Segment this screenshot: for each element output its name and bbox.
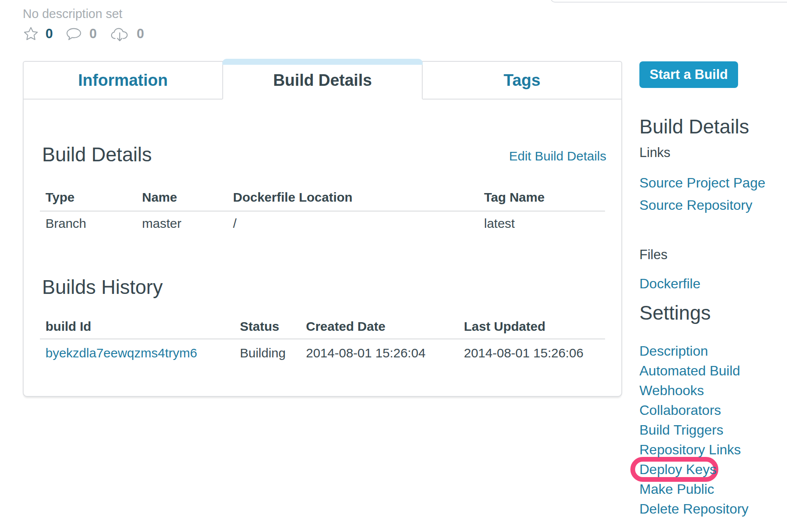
table-divider xyxy=(40,339,605,339)
comments-stat: 0 xyxy=(65,26,97,42)
repository-page: No description set 0 0 0 xyxy=(0,0,787,532)
sidebar-item-make-public[interactable]: Make Public xyxy=(639,482,714,496)
repo-description: No description set xyxy=(23,7,122,21)
repo-stats: 0 0 0 xyxy=(23,24,156,44)
tab-build-details[interactable]: Build Details xyxy=(222,61,423,100)
comment-count: 0 xyxy=(89,26,97,42)
list-item: Repository Links xyxy=(639,440,748,459)
sidebar-item-dockerfile[interactable]: Dockerfile xyxy=(639,277,700,290)
sidebar-item-webhooks[interactable]: Webhooks xyxy=(639,384,704,397)
column-header-dockerfile-location: Dockerfile Location xyxy=(233,191,352,204)
tab-tags[interactable]: Tags xyxy=(422,61,622,100)
star-icon xyxy=(23,26,39,42)
active-tab-indicator xyxy=(222,59,423,65)
created-date-cell: 2014-08-01 15:26:04 xyxy=(306,347,426,360)
edit-build-details-link[interactable]: Edit Build Details xyxy=(509,149,606,163)
stars-stat: 0 xyxy=(23,26,53,42)
sidebar-item-description[interactable]: Description xyxy=(639,344,708,358)
tab-label: Information xyxy=(78,71,168,90)
column-header-tag-name: Tag Name xyxy=(484,191,545,204)
download-cloud-icon xyxy=(109,25,130,42)
star-count: 0 xyxy=(45,26,53,42)
column-header-last-updated: Last Updated xyxy=(464,320,545,333)
dockerfile-location-cell: / xyxy=(233,217,236,230)
builds-history-title: Builds History xyxy=(42,277,163,297)
sidebar-item-automated-build[interactable]: Automated Build xyxy=(639,364,740,378)
tag-name-cell: latest xyxy=(484,217,515,230)
list-item: Delete Repository xyxy=(639,499,748,519)
sidebar-links-label: Links xyxy=(639,146,670,159)
comment-icon xyxy=(65,26,83,42)
build-status-cell: Building xyxy=(240,347,286,360)
list-item: Build Triggers xyxy=(639,420,748,440)
sidebar-item-delete-repository[interactable]: Delete Repository xyxy=(639,502,748,516)
search-box-fragment xyxy=(551,0,787,3)
build-details-panel: Build Details Edit Build Details Type Na… xyxy=(23,100,622,397)
start-build-button[interactable]: Start a Build xyxy=(639,61,738,88)
column-header-build-id: build Id xyxy=(45,320,91,333)
download-count: 0 xyxy=(137,26,144,42)
build-name-cell: master xyxy=(142,217,182,230)
sidebar-item-deploy-keys[interactable]: Deploy Keys xyxy=(639,462,717,476)
table-divider xyxy=(40,211,605,212)
list-item: Make Public xyxy=(639,479,748,499)
tab-information[interactable]: Information xyxy=(23,61,223,100)
build-id-link[interactable]: byekzdla7eewqzms4trym6 xyxy=(45,347,197,360)
list-item-highlighted: Deploy Keys xyxy=(639,459,748,479)
list-item: Automated Build xyxy=(639,361,748,381)
downloads-stat: 0 xyxy=(109,25,144,42)
column-header-type: Type xyxy=(45,191,75,204)
sidebar-build-details-heading: Build Details xyxy=(639,117,749,136)
sidebar-settings-heading: Settings xyxy=(639,303,711,323)
sidebar-files-label: Files xyxy=(639,248,667,261)
sidebar-item-repository-links[interactable]: Repository Links xyxy=(639,443,741,456)
list-item: Webhooks xyxy=(639,381,748,400)
sidebar-item-source-repository[interactable]: Source Repository xyxy=(639,198,752,212)
sidebar-item-collaborators[interactable]: Collaborators xyxy=(639,403,721,417)
settings-list: Description Automated Build Webhooks Col… xyxy=(639,341,748,519)
sidebar-item-source-project-page[interactable]: Source Project Page xyxy=(639,176,766,190)
list-item: Collaborators xyxy=(639,400,748,420)
last-updated-cell: 2014-08-01 15:26:06 xyxy=(464,347,584,360)
list-item: Description xyxy=(639,341,748,361)
column-header-status: Status xyxy=(240,320,279,333)
build-details-title: Build Details xyxy=(42,145,152,164)
tab-bar: Information Build Details Tags xyxy=(23,61,622,100)
column-header-created-date: Created Date xyxy=(306,320,385,333)
tab-label: Tags xyxy=(504,71,541,90)
build-type-cell: Branch xyxy=(45,217,86,230)
sidebar-item-build-triggers[interactable]: Build Triggers xyxy=(639,423,723,437)
tab-label: Build Details xyxy=(273,71,372,90)
column-header-name: Name xyxy=(142,191,177,204)
